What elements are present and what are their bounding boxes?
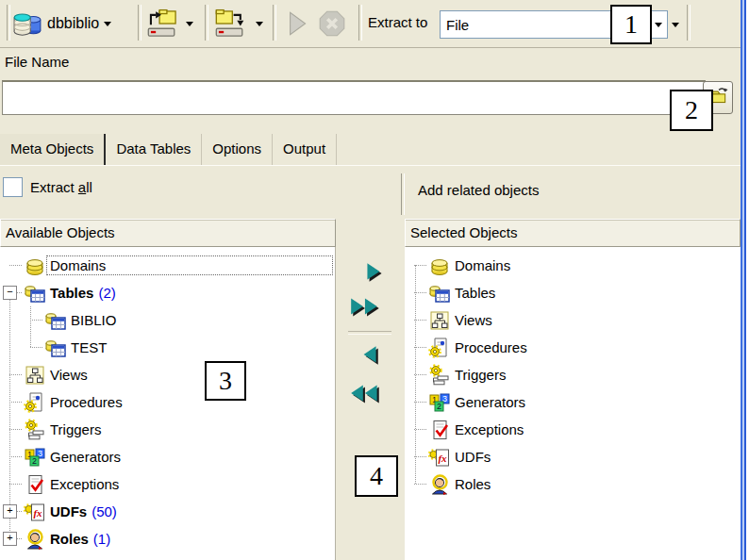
toolbar-separator (138, 5, 141, 41)
callout-2: 2 (670, 90, 713, 131)
extract-all-checkbox[interactable]: Extract all (3, 177, 92, 197)
extract-all-label: Extract all (30, 179, 92, 195)
exceptions-icon (23, 473, 47, 496)
tree-item-biblio[interactable]: BIBLIO (0, 306, 335, 334)
tree-item-generators[interactable]: 132Generators (405, 388, 741, 416)
tree-item-label: Domains (455, 257, 510, 273)
tree-item-exceptions[interactable]: Exceptions (0, 470, 335, 498)
tree-item-roles[interactable]: +Roles(1) (0, 525, 335, 552)
udfs-icon: fx (427, 446, 452, 469)
move-selected-left-button[interactable] (357, 343, 381, 371)
tab-data-tables[interactable]: Data Tables (106, 134, 202, 165)
tree-item-label: Views (455, 312, 492, 328)
checkbox-icon[interactable] (3, 177, 23, 197)
divider (401, 173, 405, 215)
database-select-button[interactable]: dbbiblio (12, 7, 111, 41)
move-all-right-button[interactable] (348, 295, 384, 322)
svg-text:fx: fx (438, 453, 447, 464)
tables-icon (23, 282, 47, 305)
extract-metadata-window: dbbiblio (0, 0, 749, 560)
domains-icon (23, 255, 47, 277)
tree-item-label: BIBLIO (71, 312, 116, 328)
expand-icon[interactable]: + (3, 504, 17, 519)
window-border (741, 0, 746, 560)
tree-item-label: Triggers (50, 421, 101, 437)
views-icon (427, 309, 452, 332)
move-selected-right-button[interactable] (362, 260, 387, 288)
tree-item-label: Exceptions (455, 421, 524, 437)
save-to-file-icon (212, 8, 250, 40)
stop-extract-button[interactable] (316, 8, 348, 39)
tree-item-test[interactable]: TEST (0, 334, 335, 361)
collapse-icon[interactable]: − (3, 286, 17, 300)
toolbar-separator (273, 5, 276, 41)
load-profile-button[interactable] (144, 8, 182, 40)
generators-icon: 132 (427, 391, 452, 414)
database-icon (12, 9, 42, 38)
toolbar-overflow-icon[interactable] (672, 23, 679, 27)
tree-item-tables[interactable]: −Tables(2) (0, 279, 335, 306)
expand-icon[interactable]: + (3, 532, 17, 546)
tree-item-label: Generators (455, 394, 525, 410)
table-icon (43, 309, 68, 332)
udfs-icon: fx (23, 501, 47, 523)
move-all-left-button[interactable] (348, 382, 384, 409)
tree-item-exceptions[interactable]: Exceptions (405, 416, 741, 443)
callout-4: 4 (355, 455, 398, 497)
tree-item-label: Domains (50, 257, 106, 273)
triggers-icon (23, 419, 47, 441)
tree-item-triggers[interactable]: Triggers (405, 361, 741, 388)
stop-icon (316, 8, 348, 39)
save-profile-button[interactable] (212, 8, 250, 40)
toolbar-grip (687, 5, 691, 41)
chevron-down-icon (256, 22, 263, 26)
tree-item-procedures[interactable]: Procedures (405, 334, 741, 361)
play-icon (280, 8, 312, 39)
file-name-input[interactable] (2, 80, 706, 115)
tree-item-label: UDFs (50, 503, 87, 519)
object-count-badge: (1) (93, 531, 110, 547)
available-objects-panel: Available Objects Domains−Tables(2)BIBLI… (0, 219, 336, 560)
tree-item-triggers[interactable]: Triggers (0, 416, 335, 443)
file-name-label: File Name (5, 54, 69, 70)
tree-item-label: Triggers (455, 367, 506, 383)
tree-item-domains[interactable]: Domains (405, 252, 741, 279)
tree-item-generators[interactable]: 132Generators (0, 443, 335, 470)
callout-3: 3 (205, 361, 246, 401)
selected-objects-tree: DomainsTablesViewsProceduresTriggers132G… (405, 247, 741, 560)
tab-output[interactable]: Output (273, 134, 337, 165)
toolbar-separator (205, 5, 208, 41)
tree-item-udfs[interactable]: +fxUDFs(50) (0, 498, 335, 525)
roles-icon (427, 473, 452, 496)
tree-item-label: TEST (71, 339, 107, 355)
procedures-icon (23, 391, 47, 414)
tree-item-views[interactable]: Views (0, 361, 335, 388)
tree-item-tables[interactable]: Tables (405, 279, 741, 306)
object-count-badge: (2) (98, 285, 115, 301)
tab-meta-objects[interactable]: Meta Objects (0, 134, 106, 165)
svg-text:2: 2 (437, 402, 441, 411)
tree-item-domains[interactable]: Domains (0, 252, 335, 279)
load-from-file-icon (144, 8, 182, 40)
tree-item-roles[interactable]: Roles (405, 470, 741, 498)
tree-item-label: Generators (50, 449, 121, 465)
available-objects-header: Available Objects (0, 219, 336, 247)
object-count-badge: (50) (92, 503, 117, 519)
save-profile-dropdown[interactable] (256, 8, 263, 40)
tree-item-views[interactable]: Views (405, 306, 741, 334)
start-extract-button[interactable] (280, 8, 312, 39)
tab-options[interactable]: Options (202, 134, 273, 165)
chevron-down-icon (104, 22, 111, 26)
svg-text:2: 2 (32, 456, 37, 466)
tree-item-udfs[interactable]: fxUDFs (405, 443, 741, 470)
tree-item-label: Exceptions (50, 476, 119, 492)
load-profile-dropdown[interactable] (186, 8, 193, 40)
chevron-down-icon[interactable] (650, 23, 667, 27)
extract-to-label: Extract to (368, 14, 427, 30)
tab-bar: Meta ObjectsData TablesOptionsOutput (0, 134, 741, 166)
tree-item-label: Tables (455, 285, 495, 301)
tree-item-procedures[interactable]: Procedures (0, 388, 335, 416)
exceptions-icon (427, 419, 452, 441)
database-name-label: dbbiblio (47, 15, 99, 32)
add-related-objects-label[interactable]: Add related objects (418, 182, 539, 198)
